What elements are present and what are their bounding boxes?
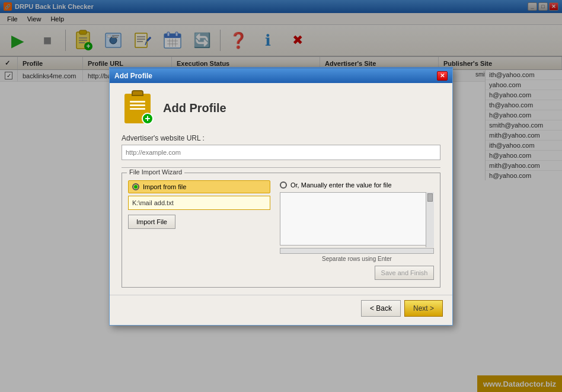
file-path-display: K:\mail add.txt [128, 196, 270, 210]
separator-note: Separate rows using Enter [280, 256, 434, 262]
add-profile-dialog: Add Profile ✕ + [109, 67, 453, 326]
radio-empty-icon [280, 181, 287, 189]
manual-entry-label: Or, Manually enter the value for file [290, 181, 392, 189]
radio-filled-icon [132, 183, 139, 190]
wizard-section: File Import Wizard Import from file K:\m… [122, 173, 440, 288]
dialog-close-button[interactable]: ✕ [437, 71, 448, 81]
dialog-divider [122, 167, 440, 168]
clipboard-line [130, 104, 145, 106]
wizard-right: Or, Manually enter the value for file Se… [280, 180, 434, 280]
dialog-title-bar: Add Profile ✕ [110, 69, 452, 83]
wizard-content: Import from file K:\mail add.txt Import … [128, 180, 434, 280]
add-badge-icon: + [142, 113, 154, 125]
dialog-icon: + [122, 93, 154, 125]
manual-entry-header: Or, Manually enter the value for file [280, 180, 434, 190]
scroll-thumb[interactable] [427, 193, 433, 202]
import-from-file-label: Import from file [143, 183, 186, 190]
dialog-heading: Add Profile [163, 101, 226, 115]
clipboard-line [130, 101, 145, 103]
clipboard-clip [132, 90, 143, 96]
url-field-label: Advertiser's website URL : [122, 134, 440, 142]
manual-textarea[interactable] [280, 192, 434, 246]
manual-entry-option[interactable]: Or, Manually enter the value for file [280, 180, 392, 190]
save-and-finish-button[interactable]: Save and Finish [375, 266, 434, 280]
horizontal-scrollbar[interactable] [280, 248, 434, 254]
manual-textarea-wrap [280, 192, 434, 247]
dialog-footer: < Back Next > [110, 295, 452, 325]
dialog-body: + Add Profile Advertiser's website URL :… [110, 83, 452, 295]
clipboard-lines [130, 101, 145, 110]
textarea-scrollbar[interactable] [426, 192, 434, 247]
url-input[interactable] [122, 145, 440, 160]
dialog-title: Add Profile [114, 72, 152, 80]
dialog-overlay: Add Profile ✕ + [0, 0, 562, 392]
wizard-legend: File Import Wizard [127, 168, 184, 176]
clipboard-line [130, 108, 145, 110]
next-button[interactable]: Next > [404, 300, 443, 317]
wizard-left: Import from file K:\mail add.txt Import … [128, 180, 270, 280]
back-button[interactable]: < Back [361, 300, 401, 317]
dialog-header-section: + Add Profile [122, 93, 440, 125]
import-file-button[interactable]: Import File [128, 215, 175, 229]
import-from-file-option[interactable]: Import from file [128, 180, 270, 193]
